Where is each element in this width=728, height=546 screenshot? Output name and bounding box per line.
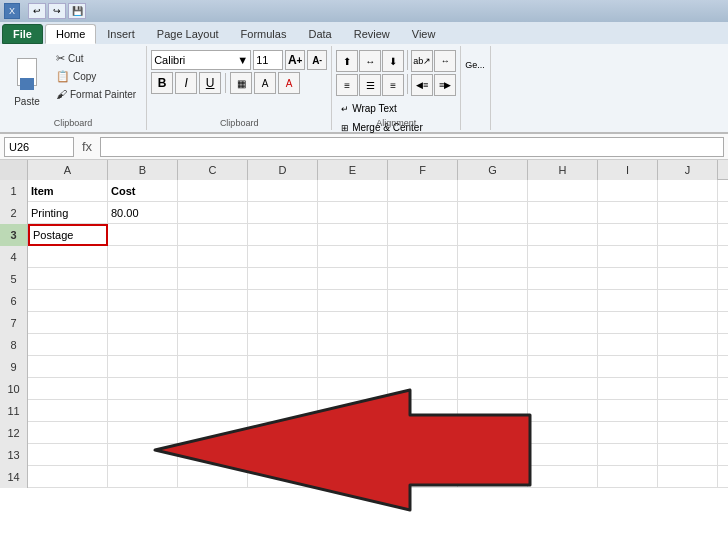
formula-input[interactable] [100, 137, 724, 157]
cell-h11[interactable] [528, 400, 598, 422]
cell-f9[interactable] [388, 356, 458, 378]
cell-e12[interactable] [318, 422, 388, 444]
save-button[interactable]: 💾 [68, 3, 86, 19]
cell-c3[interactable] [178, 224, 248, 246]
cell-e11[interactable] [318, 400, 388, 422]
bold-button[interactable]: B [151, 72, 173, 94]
cell-j6[interactable] [658, 290, 718, 312]
cell-a6[interactable] [28, 290, 108, 312]
tab-file[interactable]: File [2, 24, 43, 44]
cell-g9[interactable] [458, 356, 528, 378]
cell-d13[interactable] [248, 444, 318, 466]
cell-a8[interactable] [28, 334, 108, 356]
cell-e6[interactable] [318, 290, 388, 312]
cell-h3[interactable] [528, 224, 598, 246]
cell-h2[interactable] [528, 202, 598, 224]
cell-c10[interactable] [178, 378, 248, 400]
copy-button[interactable]: 📋 Copy [52, 68, 140, 85]
cell-i10[interactable] [598, 378, 658, 400]
col-header-g[interactable]: G [458, 160, 528, 180]
cell-h9[interactable] [528, 356, 598, 378]
cell-d2[interactable] [248, 202, 318, 224]
cell-b8[interactable] [108, 334, 178, 356]
cell-d6[interactable] [248, 290, 318, 312]
cell-g3[interactable] [458, 224, 528, 246]
cell-e5[interactable] [318, 268, 388, 290]
cell-e3[interactable] [318, 224, 388, 246]
cell-f1[interactable] [388, 180, 458, 202]
cell-c6[interactable] [178, 290, 248, 312]
cell-e14[interactable] [318, 466, 388, 488]
cell-d8[interactable] [248, 334, 318, 356]
cell-i12[interactable] [598, 422, 658, 444]
cell-e2[interactable] [318, 202, 388, 224]
cell-c1[interactable] [178, 180, 248, 202]
cell-j9[interactable] [658, 356, 718, 378]
decrease-indent-button[interactable]: ◀≡ [411, 74, 433, 96]
cell-a7[interactable] [28, 312, 108, 334]
cell-j1[interactable] [658, 180, 718, 202]
orientation-button[interactable]: ab↗ [411, 50, 433, 72]
cell-f14[interactable] [388, 466, 458, 488]
font-family-dropdown[interactable]: Calibri ▼ [151, 50, 251, 70]
cell-d5[interactable] [248, 268, 318, 290]
cell-c4[interactable] [178, 246, 248, 268]
cell-g14[interactable] [458, 466, 528, 488]
name-box[interactable]: U26 [4, 137, 74, 157]
cell-b11[interactable] [108, 400, 178, 422]
fill-color-button[interactable]: A [254, 72, 276, 94]
cell-h5[interactable] [528, 268, 598, 290]
cell-c7[interactable] [178, 312, 248, 334]
cell-j3[interactable] [658, 224, 718, 246]
cell-j8[interactable] [658, 334, 718, 356]
cell-a11[interactable] [28, 400, 108, 422]
undo-button[interactable]: ↩ [28, 3, 46, 19]
cell-g4[interactable] [458, 246, 528, 268]
cell-g2[interactable] [458, 202, 528, 224]
cell-c2[interactable] [178, 202, 248, 224]
cell-f13[interactable] [388, 444, 458, 466]
col-header-h[interactable]: H [528, 160, 598, 180]
cell-b13[interactable] [108, 444, 178, 466]
cell-d7[interactable] [248, 312, 318, 334]
cell-h8[interactable] [528, 334, 598, 356]
cell-e10[interactable] [318, 378, 388, 400]
cell-e1[interactable] [318, 180, 388, 202]
borders-button[interactable]: ▦ [230, 72, 252, 94]
cell-h14[interactable] [528, 466, 598, 488]
cell-g11[interactable] [458, 400, 528, 422]
cell-h10[interactable] [528, 378, 598, 400]
cell-i5[interactable] [598, 268, 658, 290]
cell-b2[interactable]: 80.00 [108, 202, 178, 224]
tab-page-layout[interactable]: Page Layout [146, 24, 230, 44]
cell-d12[interactable] [248, 422, 318, 444]
col-header-c[interactable]: C [178, 160, 248, 180]
align-middle-button[interactable]: ↔ [359, 50, 381, 72]
cell-c13[interactable] [178, 444, 248, 466]
cell-h7[interactable] [528, 312, 598, 334]
tab-review[interactable]: Review [343, 24, 401, 44]
cell-g6[interactable] [458, 290, 528, 312]
wrap-text-button[interactable]: ↵ Wrap Text [336, 100, 428, 117]
align-center-button[interactable]: ☰ [359, 74, 381, 96]
cell-a12[interactable] [28, 422, 108, 444]
cell-e13[interactable] [318, 444, 388, 466]
cell-g13[interactable] [458, 444, 528, 466]
align-right-button[interactable]: ≡ [382, 74, 404, 96]
cell-d4[interactable] [248, 246, 318, 268]
cell-d3[interactable] [248, 224, 318, 246]
tab-home[interactable]: Home [45, 24, 96, 44]
cell-f7[interactable] [388, 312, 458, 334]
col-header-e[interactable]: E [318, 160, 388, 180]
cell-d9[interactable] [248, 356, 318, 378]
cell-e4[interactable] [318, 246, 388, 268]
font-grow-button[interactable]: A+ [285, 50, 305, 70]
format-painter-button[interactable]: 🖌 Format Painter [52, 86, 140, 102]
cell-j14[interactable] [658, 466, 718, 488]
col-header-d[interactable]: D [248, 160, 318, 180]
cell-i3[interactable] [598, 224, 658, 246]
cell-b3[interactable] [108, 224, 178, 246]
cell-f6[interactable] [388, 290, 458, 312]
cell-h13[interactable] [528, 444, 598, 466]
cell-i13[interactable] [598, 444, 658, 466]
